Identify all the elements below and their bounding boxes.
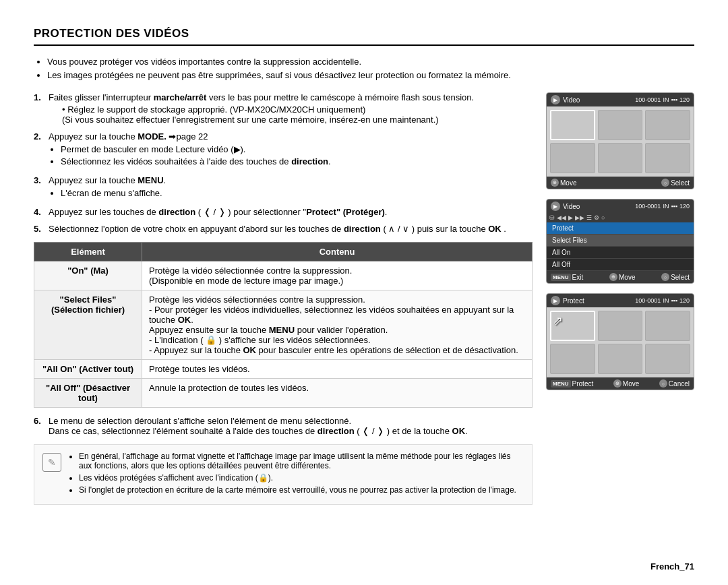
cam-thumb-p3 xyxy=(645,311,690,341)
cam-panel-1-header: ▶ Video 100-0001 IN ▪▪▪ 120 xyxy=(547,93,694,106)
step-2-content: Appuyez sur la touche MODE. ➡page 22 Per… xyxy=(49,131,533,168)
table-row-4: "All Off" (Désactiver tout) Annule la pr… xyxy=(34,379,533,408)
cam-thumb-p1: ⇗ xyxy=(550,311,595,341)
cam-thumb-p6 xyxy=(645,344,690,374)
menu-item-select: Select Files xyxy=(547,235,694,247)
cam-thumb-3 xyxy=(645,110,690,140)
cam-panel-1-footer: ⊕ Move ○ Select xyxy=(547,177,694,189)
step-6: 6. Le menu de sélection déroulant s'affi… xyxy=(34,416,533,436)
step-4: 4. Appuyez sur les touches de direction … xyxy=(34,207,533,217)
cam-panel-3-header: ▶ Protect 100-0001 IN ▪▪▪ 120 xyxy=(547,294,694,307)
move-icon-3: ⊕ xyxy=(613,379,621,388)
table-row-3-element: "All On" (Activer tout) xyxy=(34,360,142,379)
cam-thumb-1 xyxy=(550,110,595,140)
table-row-3: "All On" (Activer tout) Protège toutes l… xyxy=(34,360,533,379)
step-3-num: 3. xyxy=(34,175,44,200)
cam-panel-3-thumbnails: ⇗ xyxy=(547,307,694,377)
cam-panel-3-title: Protect xyxy=(563,297,584,305)
step-1-num: 1. xyxy=(34,92,44,125)
table-header-content: Contenu xyxy=(142,243,533,261)
cam-panel-3-code: 100-0001 IN ▪▪▪ 120 xyxy=(635,297,690,304)
cam-panel-2-select: ○ Select xyxy=(661,273,690,281)
main-left-col: 1. Faites glisser l'interrupteur marche/… xyxy=(34,92,533,505)
note-1: En général, l'affichage au format vignet… xyxy=(79,452,524,470)
cam-panel-2-footer: MENU Exit ⊕ Move ○ Select xyxy=(547,271,694,283)
table-row-4-element: "All Off" (Désactiver tout) xyxy=(34,379,142,408)
video-mode-icon-2: ▶ xyxy=(551,202,560,211)
step-6-num: 6. xyxy=(34,416,44,436)
cam-thumb-4 xyxy=(550,143,595,173)
step-3-content: Appuyez sur la touche MENU. L'écran de m… xyxy=(49,175,533,200)
camera-panels: ▶ Video 100-0001 IN ▪▪▪ 120 xyxy=(546,92,694,505)
intro-bullet-2: Les images protégées ne peuvent pas être… xyxy=(47,70,694,80)
intro-bullet-1: Vous pouvez protéger vos vidéos importan… xyxy=(47,57,694,67)
step-3: 3. Appuyez sur la touche MENU. L'écran d… xyxy=(34,175,533,200)
cam-thumb-2 xyxy=(598,110,643,140)
step-3-sub: L'écran de menu s'affiche. xyxy=(49,188,533,198)
note-2: Les vidéos protégées s'affichent avec l'… xyxy=(79,473,524,483)
table-header-element: Elément xyxy=(34,243,142,261)
cam-thumb-5 xyxy=(598,143,643,173)
cam-panel-2-title: Video xyxy=(563,203,580,210)
step-1: 1. Faites glisser l'interrupteur marche/… xyxy=(34,92,533,125)
step-2-num: 2. xyxy=(34,131,44,168)
select-icon: ○ xyxy=(661,179,669,187)
cam-panel-1-move: ⊕ Move xyxy=(551,179,576,187)
step-5: 5. Sélectionnez l'option de votre choix … xyxy=(34,224,533,234)
cam-panel-2-icons: ⛁ ◀◀ ▶ ▶▶ ☰ ⚙ ○ xyxy=(547,213,694,222)
move-icon-2: ⊕ xyxy=(609,273,617,281)
move-icon: ⊕ xyxy=(551,179,559,187)
table-row-1-element: "On" (Ma) xyxy=(34,261,142,290)
table-row-3-content: Protège toutes les vidéos. xyxy=(142,360,533,379)
step-1-content: Faites glisser l'interrupteur marche/arr… xyxy=(49,92,533,125)
note-box: ✎ En général, l'affichage au format vign… xyxy=(34,444,533,505)
step-5-content: Sélectionnez l'option de votre choix en … xyxy=(49,224,533,234)
table-row-4-content: Annule la protection de toutes les vidéo… xyxy=(142,379,533,408)
page-title: PROTECTION DES VIDÉOS xyxy=(34,27,694,46)
step-2-sub: Permet de basculer en mode Lecture vidéo… xyxy=(49,144,533,166)
protection-table: Elément Contenu "On" (Ma) Protège la vid… xyxy=(34,242,533,408)
video-mode-icon: ▶ xyxy=(551,95,560,104)
table-row-1-content: Protège la vidéo sélectionnée contre la … xyxy=(142,261,533,290)
cam-thumb-6 xyxy=(645,143,690,173)
cam-panel-2-move: ⊕ Move xyxy=(609,273,635,281)
note-icon: ✎ xyxy=(42,453,61,472)
table-row-2-content: Protège les vidéos sélectionnées contre … xyxy=(142,290,533,360)
menu-item-protect: Protect xyxy=(547,222,694,235)
cam-panel-1-select: ○ Select xyxy=(661,179,690,187)
step-5-num: 5. xyxy=(34,224,44,234)
step-2: 2. Appuyez sur la touche MODE. ➡page 22 … xyxy=(34,131,533,168)
cam-panel-2-exit: MENU Exit xyxy=(551,274,583,281)
cam-panel-1-title: Video xyxy=(563,96,580,104)
cam-panel-2: ▶ Video 100-0001 IN ▪▪▪ 120 ⛁ ◀◀ ▶ ▶▶ ☰ … xyxy=(546,199,694,284)
step-4-content: Appuyez sur les touches de direction ( ❬… xyxy=(49,207,533,217)
page-footer: French_71 xyxy=(650,561,694,572)
menu-item-allon: All On xyxy=(547,247,694,259)
step-6-content: Le menu de sélection déroulant s'affiche… xyxy=(49,416,533,436)
intro-bullets: Vous pouvez protéger vos vidéos importan… xyxy=(34,57,694,80)
cam-panel-1-code: 100-0001 IN ▪▪▪ 120 xyxy=(635,96,690,103)
cam-panel-1-thumbnails xyxy=(547,106,694,177)
cam-panel-3-footer: MENU Protect ⊕ Move ○ Cancel xyxy=(547,377,694,390)
cam-thumb-p5 xyxy=(598,344,643,374)
protect-mode-icon: ▶ xyxy=(551,296,560,305)
cam-thumb-p2 xyxy=(598,311,643,341)
note-3: Si l'onglet de protection en écriture de… xyxy=(79,485,524,495)
cam-panel-3-move: ⊕ Move xyxy=(613,379,639,388)
cam-panel-3: ▶ Protect 100-0001 IN ▪▪▪ 120 ⇗ xyxy=(546,293,694,390)
step-1-sub: • Réglez le support de stockage appropri… xyxy=(49,104,533,125)
step-4-num: 4. xyxy=(34,207,44,217)
cam-panel-1: ▶ Video 100-0001 IN ▪▪▪ 120 xyxy=(546,92,694,189)
cancel-icon: ○ xyxy=(659,379,667,388)
cam-panel-3-cancel: ○ Cancel xyxy=(659,379,690,388)
note-content: En général, l'affichage au format vignet… xyxy=(68,452,524,497)
select-icon-2: ○ xyxy=(661,273,669,281)
cam-thumb-p4 xyxy=(550,344,595,374)
table-row-1: "On" (Ma) Protège la vidéo sélectionnée … xyxy=(34,261,533,290)
cam-panel-2-code: 100-0001 IN ▪▪▪ 120 xyxy=(635,203,690,210)
table-row-2: "Select Files"(Sélection fichier) Protèg… xyxy=(34,290,533,360)
menu-item-alloff: All Off xyxy=(547,259,694,271)
table-row-2-element: "Select Files"(Sélection fichier) xyxy=(34,290,142,360)
cam-panel-2-header: ▶ Video 100-0001 IN ▪▪▪ 120 xyxy=(547,199,694,213)
cam-panel-3-protect: MENU Protect xyxy=(551,380,593,388)
